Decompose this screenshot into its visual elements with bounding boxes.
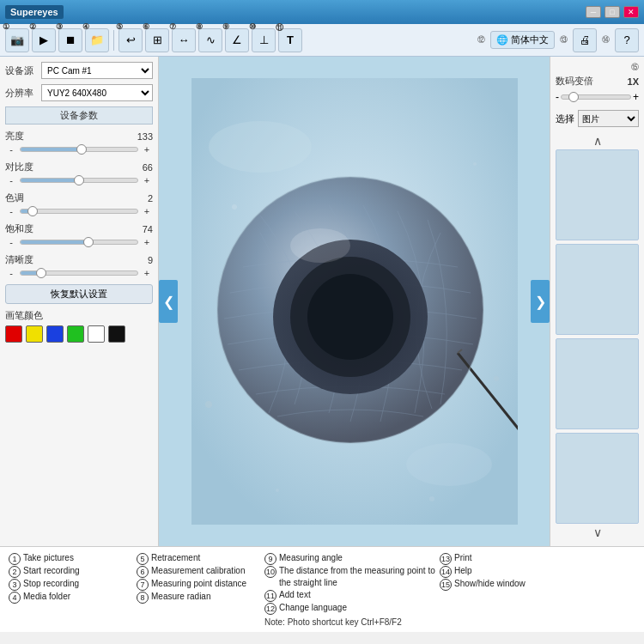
nav-right-arrow[interactable]: ❯ — [531, 280, 550, 323]
hue-minus[interactable]: - — [5, 205, 17, 217]
thumbnail-2[interactable] — [556, 244, 639, 335]
brightness-minus[interactable]: - — [5, 143, 17, 155]
title-bar: Supereyes ─ □ ✕ — [0, 0, 644, 24]
resolution-row: 分辨率 YUY2 640X480 — [5, 84, 153, 101]
minimize-button[interactable]: ─ — [586, 6, 601, 18]
svg-point-6 — [307, 274, 393, 360]
legend-item-3: 3 Stop recording — [9, 578, 133, 591]
color-white[interactable] — [88, 325, 105, 343]
reset-button[interactable]: 恢复默认设置 — [5, 284, 153, 304]
svg-point-2 — [406, 443, 492, 486]
contrast-plus[interactable]: + — [141, 174, 153, 186]
svg-point-12 — [473, 162, 477, 166]
source-row: 设备源 PC Cam #1 — [5, 62, 153, 79]
source-label: 设备源 — [5, 64, 38, 77]
color-green[interactable] — [67, 325, 84, 343]
contrast-track[interactable] — [20, 178, 138, 183]
thumb-scroll-down[interactable]: ∨ — [556, 524, 639, 541]
hue-thumb[interactable] — [27, 206, 38, 216]
sharpness-value: 9 — [148, 255, 153, 265]
window-controls: ─ □ ✕ — [586, 6, 639, 18]
brightness-plus[interactable]: + — [141, 143, 153, 155]
svg-point-11 — [232, 204, 237, 210]
close-button[interactable]: ✕ — [623, 6, 639, 18]
color-red[interactable] — [5, 325, 22, 343]
color-yellow[interactable] — [26, 325, 43, 343]
measuring-point-distance-btn[interactable]: ⑦↔ — [172, 28, 196, 52]
legend-item-15: 15 Show/hide window — [440, 578, 611, 591]
language-button[interactable]: 🌐 简体中文 — [490, 31, 555, 49]
microscope-image — [191, 78, 518, 525]
zoom-minus-btn[interactable]: - — [556, 91, 559, 103]
svg-point-16 — [429, 496, 434, 501]
zoom-label: 数码变倍 — [556, 75, 593, 88]
legend-item-4: 4 Media folder — [9, 591, 133, 604]
legend-item-7: 7 Measuring point distance — [137, 578, 261, 591]
sharpness-thumb[interactable] — [36, 268, 46, 278]
color-swatches — [5, 325, 153, 343]
legend: 1 Take pictures 2 Start recording 3 Stop… — [0, 546, 644, 632]
contrast-value: 66 — [143, 162, 153, 173]
zoom-track[interactable] — [561, 94, 631, 100]
contrast-fill — [21, 179, 79, 182]
view-type-select[interactable]: 图片 — [578, 110, 639, 127]
saturation-minus[interactable]: - — [5, 236, 17, 248]
zoom-plus-btn[interactable]: + — [633, 91, 639, 103]
hue-track[interactable] — [20, 209, 138, 214]
sharpness-track[interactable] — [20, 270, 138, 276]
sharpness-minus[interactable]: - — [5, 267, 17, 279]
print-button[interactable]: 🖨 — [573, 28, 597, 52]
legend-grid: 1 Take pictures 2 Start recording 3 Stop… — [9, 552, 635, 627]
saturation-thumb[interactable] — [83, 237, 94, 247]
color-label: 画笔颜色 — [5, 309, 153, 322]
media-folder-btn[interactable]: ④📁 — [85, 28, 109, 52]
contrast-label: 对比度 — [5, 161, 33, 173]
thumbnail-1[interactable] — [556, 149, 639, 240]
title-bar-left: Supereyes — [5, 5, 64, 19]
contrast-minus[interactable]: - — [5, 174, 17, 186]
note-text: Note: Photo shortcut key Ctrl+F8/F2 — [264, 617, 436, 627]
thumb-scroll-up[interactable]: ∧ — [556, 132, 639, 149]
brightness-value: 133 — [137, 131, 153, 142]
toolbar-separator — [113, 30, 114, 51]
nav-left-arrow[interactable]: ❮ — [159, 280, 178, 323]
saturation-label: 饱和度 — [5, 222, 33, 235]
legend-col-4: 13 Print 14 Help 15 Show/hide window — [440, 552, 611, 627]
measurement-calibration-btn[interactable]: ⑥⊞ — [145, 28, 169, 52]
legend-item-1: 1 Take pictures — [9, 552, 133, 565]
distance-to-line-btn[interactable]: ⑩⊥ — [252, 28, 276, 52]
thumbnail-3[interactable] — [556, 338, 639, 429]
brightness-track[interactable] — [20, 147, 138, 152]
zoom-thumb[interactable] — [568, 92, 579, 102]
legend-item-9: 9 Measuring angle — [264, 552, 436, 565]
color-blue[interactable] — [46, 325, 64, 343]
sharpness-plus[interactable]: + — [141, 267, 153, 279]
take-pictures-btn[interactable]: ①📷 — [5, 28, 29, 52]
saturation-value: 74 — [143, 224, 153, 234]
help-button[interactable]: ? — [615, 28, 639, 52]
saturation-plus[interactable]: + — [141, 236, 153, 248]
brightness-slider-row: 亮度 133 - + — [5, 130, 153, 155]
contrast-slider-row: 对比度 66 - + — [5, 161, 153, 186]
brightness-label: 亮度 — [5, 130, 24, 143]
measuring-angle-btn[interactable]: ⑨∠ — [225, 28, 249, 52]
resolution-label: 分辨率 — [5, 87, 38, 100]
zoom-slider-row: - + — [556, 91, 639, 103]
device-params-title: 设备参数 — [5, 106, 153, 125]
retracement-btn[interactable]: ⑤↩ — [118, 28, 143, 52]
start-recording-btn[interactable]: ②▶ — [32, 28, 56, 52]
measure-radian-btn[interactable]: ⑧∿ — [198, 28, 222, 52]
hue-plus[interactable]: + — [141, 205, 153, 217]
sharpness-slider-row: 清晰度 9 - + — [5, 253, 153, 279]
source-select[interactable]: PC Cam #1 — [41, 62, 153, 79]
contrast-thumb[interactable] — [74, 175, 84, 185]
maximize-button[interactable]: □ — [605, 6, 620, 18]
num-13-label: ⑬ — [560, 34, 568, 46]
color-black[interactable] — [108, 325, 125, 343]
stop-recording-btn[interactable]: ③⏹ — [58, 28, 82, 52]
thumbnail-4[interactable] — [556, 433, 639, 524]
resolution-select[interactable]: YUY2 640X480 — [41, 84, 153, 101]
saturation-track[interactable] — [20, 240, 138, 245]
brightness-thumb[interactable] — [76, 144, 87, 155]
add-text-btn[interactable]: ⑪T — [278, 28, 302, 52]
